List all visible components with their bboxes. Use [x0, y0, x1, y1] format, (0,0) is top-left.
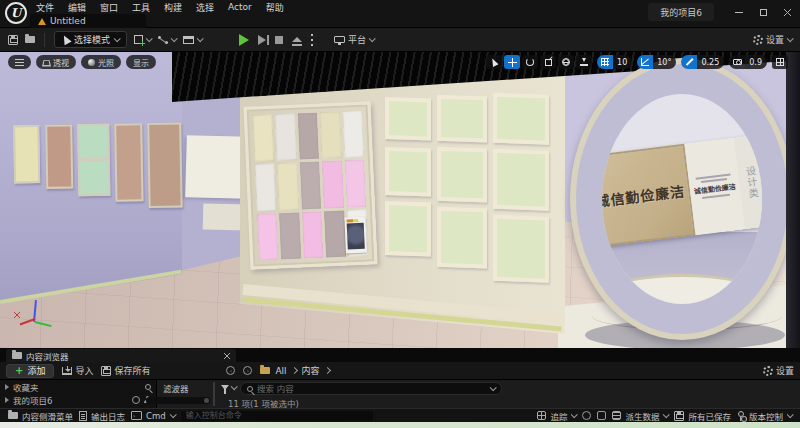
select-tool[interactable]: [486, 55, 502, 69]
ring-floor-arc: [608, 274, 756, 304]
scale-snap-value[interactable]: 0.25: [697, 55, 724, 69]
capture-icon[interactable]: [597, 411, 606, 420]
content-browser-tab[interactable]: 内容浏览器: [6, 349, 236, 362]
filters-label[interactable]: 滤波器: [163, 382, 189, 394]
folder-icon: [12, 352, 22, 359]
camera-speed-value[interactable]: 0.9: [745, 55, 767, 69]
lit-mode-dropdown[interactable]: 光照: [81, 55, 121, 69]
favorites-row[interactable]: 收藏夹: [0, 380, 156, 393]
menu-window[interactable]: 窗口: [100, 1, 118, 14]
level-tab[interactable]: Untitled: [30, 14, 146, 28]
viewport-toolbar-right: 10 10° 0.25 0.9: [486, 55, 788, 69]
derived-data-dropdown[interactable]: 派生数据: [612, 410, 668, 422]
display-frame: [493, 215, 549, 283]
angle-icon: [641, 58, 649, 66]
dock-icon[interactable]: [132, 396, 140, 404]
revision-control-dropdown[interactable]: 版本控制: [737, 410, 792, 422]
sources-panel: 收藏夹 我的项目6: [0, 380, 157, 408]
select-mode-icon: [60, 34, 71, 46]
settings-dropdown[interactable]: 设置: [753, 33, 792, 46]
play-options-icon[interactable]: [311, 34, 313, 46]
filter-button[interactable]: [221, 385, 236, 390]
stop-icon[interactable]: [275, 36, 283, 44]
chevron-down-icon: [663, 411, 670, 418]
rotation-snap-toggle[interactable]: [637, 55, 653, 69]
move-tool[interactable]: [504, 55, 520, 69]
close-tab-icon[interactable]: [224, 353, 230, 359]
menu-edit[interactable]: 编辑: [68, 1, 86, 14]
editor-mode-dropdown[interactable]: 选择模式: [54, 31, 127, 48]
content-browser-settings[interactable]: 设置: [763, 364, 794, 377]
maximize-button[interactable]: [756, 5, 770, 19]
platforms-dropdown[interactable]: 平台: [334, 33, 374, 46]
menu-build[interactable]: 构建: [164, 1, 182, 14]
viewport-3d[interactable]: 诚信勤俭廉洁 诚信勤俭廉洁 设计类 优秀奖: [0, 52, 800, 348]
content-drawer-button[interactable]: 内容侧滑菜单: [8, 410, 73, 422]
left-wall-frames: [9, 122, 186, 220]
source-control-save-status[interactable]: 所有已保存: [674, 410, 731, 422]
filters-scrollbar[interactable]: [146, 397, 210, 404]
console-input[interactable]: [186, 411, 368, 420]
menu-file[interactable]: 文件: [36, 1, 54, 14]
poster: [344, 217, 367, 254]
show-flags-dropdown[interactable]: 显示: [126, 55, 156, 69]
rotate-tool[interactable]: [522, 55, 538, 69]
camera-speed-button[interactable]: [729, 55, 745, 69]
display-frame: [493, 93, 549, 145]
content-drawer-icon: [8, 412, 18, 419]
rotation-snap-value[interactable]: 10°: [653, 55, 676, 69]
view-mode-dropdown[interactable]: 透视: [36, 55, 76, 69]
output-log-button[interactable]: 输出日志: [79, 410, 125, 422]
forward-icon[interactable]: ›: [243, 366, 252, 375]
skip-frame-icon[interactable]: [258, 35, 266, 45]
grid-snap-value[interactable]: 10: [613, 55, 632, 69]
menu-tools[interactable]: 工具: [132, 1, 150, 14]
save-all-button[interactable]: 保存所有: [101, 364, 150, 377]
lit-sphere-icon: [88, 59, 95, 66]
browse-content-icon[interactable]: [25, 36, 35, 43]
scale-snap-toggle[interactable]: [681, 55, 697, 69]
trace-dropdown[interactable]: 追踪: [537, 410, 576, 422]
world-local-toggle[interactable]: [558, 55, 574, 69]
play-controls: [239, 34, 313, 46]
cinematics-dropdown[interactable]: [183, 36, 202, 44]
play-icon[interactable]: [239, 34, 249, 46]
funnel-icon: [221, 385, 229, 390]
circular-display-structure: 诚信勤俭廉洁 诚信勤俭廉洁 设计类 优秀奖: [570, 58, 794, 340]
status-bar: 内容侧滑菜单 输出日志 ›_ Cmd 追踪 派生数据 所有已保存: [0, 408, 800, 422]
scrollbar[interactable]: [213, 382, 215, 406]
project-root-row[interactable]: 我的项目6: [0, 393, 156, 406]
blueprints-dropdown[interactable]: [158, 36, 176, 44]
surface-snapping-toggle[interactable]: [576, 55, 592, 69]
save-icon[interactable]: [8, 35, 18, 45]
add-button[interactable]: + 添加: [6, 364, 54, 378]
dark-wall-edge: [786, 52, 800, 348]
breadcrumb-root[interactable]: All: [275, 366, 286, 376]
scale-tool[interactable]: [540, 55, 556, 69]
session-icon[interactable]: [582, 411, 591, 420]
art-tile: [257, 213, 278, 260]
breadcrumb-folder[interactable]: 内容: [302, 364, 320, 377]
menu-help[interactable]: 帮助: [266, 1, 284, 14]
eject-icon[interactable]: [292, 37, 302, 42]
grid-snap-toggle[interactable]: [597, 55, 613, 69]
search-icon[interactable]: [145, 384, 151, 390]
menu-actor[interactable]: Actor: [228, 2, 252, 12]
maximize-viewport-button[interactable]: [772, 55, 788, 69]
close-button[interactable]: [780, 5, 794, 19]
console-dropdown[interactable]: ›_ Cmd: [131, 411, 175, 421]
search-input[interactable]: [257, 384, 486, 394]
menu-select[interactable]: 选择: [196, 1, 214, 14]
import-button[interactable]: 导入: [62, 364, 93, 377]
wall-frame: [45, 124, 73, 188]
project-name: 我的项目6: [648, 3, 714, 21]
viewport-menu-button[interactable]: [8, 55, 31, 69]
derived-data-icon: [612, 411, 621, 420]
back-icon[interactable]: ‹: [226, 366, 235, 375]
main-toolbar: 选择模式 平台 设置: [0, 28, 800, 52]
add-actor-dropdown[interactable]: [134, 35, 151, 44]
chevron-down-icon[interactable]: [490, 384, 497, 391]
minimize-button[interactable]: [732, 5, 746, 19]
move-icon: [508, 58, 517, 67]
poster-image: [347, 223, 365, 250]
